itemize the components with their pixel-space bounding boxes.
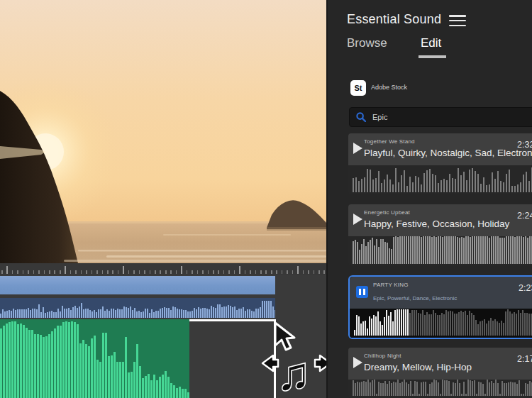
track-title: PARTY KING (373, 282, 409, 288)
search-input[interactable]: Epic (349, 107, 532, 127)
track-title: Together We Stand (364, 138, 415, 145)
premiere-workspace: ♫ Essential Sound Browse Edit St Adobe S… (0, 0, 532, 398)
track-waveform[interactable] (348, 380, 532, 398)
timeline-panel: ♫ (0, 263, 326, 398)
track-waveform[interactable] (350, 309, 532, 338)
arrow-right-icon (315, 355, 326, 371)
essential-sound-panel: Essential Sound Browse Edit St Adobe Sto… (326, 0, 532, 398)
timeline-ruler[interactable] (0, 263, 326, 275)
stock-track-card[interactable]: Together We Stand Playful, Quirky, Nosta… (348, 133, 532, 194)
track-waveform[interactable] (348, 165, 532, 194)
tab-browse[interactable]: Browse (347, 36, 387, 50)
active-tab-underline (419, 55, 446, 58)
stock-track-card[interactable]: Chillhop Night Dreamy, Mellow, Hip-Hop 2… (348, 348, 532, 398)
video-clip-v1[interactable] (0, 276, 275, 294)
track-tags: Happy, Festive, Occasion, Holiday (364, 219, 509, 229)
beamed-notes-glyph: ♫ (277, 348, 311, 397)
hamburger-menu-icon[interactable] (449, 15, 466, 27)
play-icon[interactable] (353, 143, 362, 154)
play-icon[interactable] (353, 357, 362, 368)
stock-track-card[interactable]: Energetic Upbeat Happy, Festive, Occasio… (348, 204, 532, 266)
stock-track-card-selected[interactable]: PARTY KING Epic, Powerful, Dance, Electr… (348, 275, 532, 339)
tab-edit[interactable]: Edit (421, 36, 441, 50)
track-title: Energetic Upbeat (364, 209, 410, 216)
track-tags: Playful, Quirky, Nostalgic, Sad, Electro… (364, 148, 532, 158)
track-tags: Epic, Powerful, Dance, Electronic (373, 295, 457, 302)
pause-icon[interactable] (356, 286, 368, 298)
rock-reflection (267, 227, 326, 231)
program-monitor (0, 0, 326, 263)
music-clip-a2-waveform[interactable] (0, 319, 189, 398)
track-duration: 2:23 (519, 283, 532, 293)
play-icon[interactable] (353, 214, 362, 225)
track-title: Chillhop Night (364, 353, 401, 359)
track-tags: Dreamy, Mellow, Hip-Hop (364, 362, 472, 372)
arrow-left-icon (262, 355, 278, 371)
drop-outline-top (189, 319, 276, 321)
adobe-stock-icon[interactable]: St (350, 80, 366, 96)
track-duration: 2:24 (517, 211, 532, 221)
audio-clip-a1-waveform[interactable] (0, 298, 275, 318)
panel-title: Essential Sound (347, 12, 441, 27)
search-icon (356, 112, 366, 122)
adobe-stock-label: Adobe Stock (371, 84, 407, 91)
track-duration: 2:17 (517, 354, 532, 364)
track-duration: 2:32 (517, 140, 532, 150)
music-note-drag-icon: ♫ (260, 343, 326, 397)
track-waveform[interactable] (348, 236, 532, 266)
search-query: Epic (372, 113, 387, 121)
sunset-video-frame (0, 0, 326, 263)
